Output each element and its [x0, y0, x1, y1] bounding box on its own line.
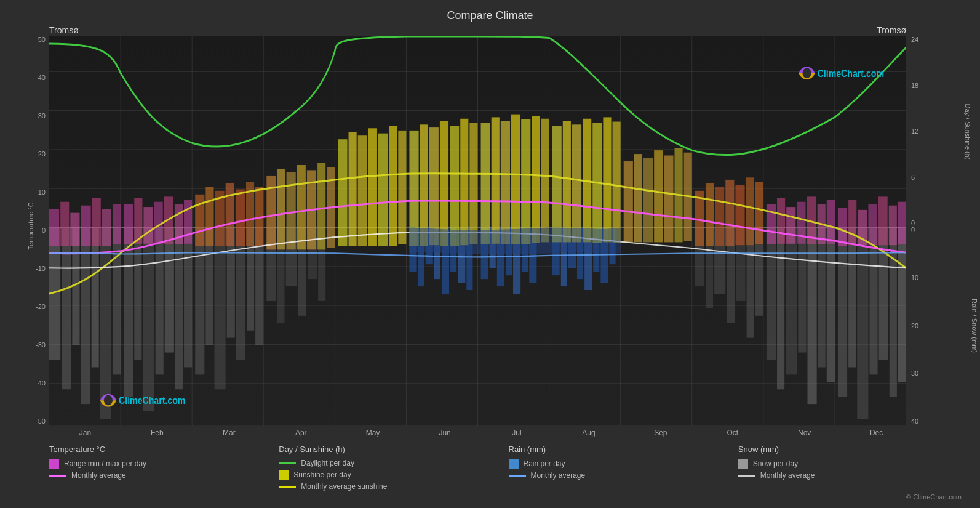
svg-rect-32: [143, 228, 154, 412]
svg-rect-145: [572, 124, 581, 242]
svg-rect-139: [511, 115, 520, 244]
legend-rain-per-day: Rain per day: [509, 459, 738, 469]
svg-rect-152: [643, 158, 653, 242]
svg-text:ClimeChart.com: ClimeChart.com: [119, 395, 185, 406]
svg-rect-151: [634, 154, 642, 242]
svg-rect-62: [818, 228, 826, 368]
svg-rect-120: [317, 163, 325, 249]
svg-rect-107: [184, 200, 192, 244]
svg-rect-158: [706, 183, 714, 246]
svg-rect-127: [389, 126, 397, 246]
svg-rect-111: [226, 183, 234, 246]
svg-rect-141: [532, 116, 540, 243]
svg-rect-28: [100, 228, 111, 419]
legend-temp-range: Range min / max per day: [49, 459, 279, 469]
legend-temp-avg: Monthly average: [49, 471, 279, 480]
legend-sunshine: Day / Sunshine (h) Daylight per day Suns…: [279, 445, 508, 491]
location-label-right: Tromsø: [877, 25, 906, 35]
svg-rect-36: [184, 228, 192, 368]
legend-temp: Temperature °C Range min / max per day M…: [49, 445, 279, 491]
y-axis-left: Temperature °C 50 40 30 20 10 0 -10 -20 …: [12, 25, 49, 426]
chart-svg: ClimeChart.com ClimeChart.com: [49, 36, 906, 426]
svg-point-179: [104, 395, 113, 406]
legend-area: Temperature °C Range min / max per day M…: [12, 440, 968, 493]
svg-rect-99: [102, 209, 111, 246]
svg-rect-98: [92, 198, 101, 246]
svg-rect-148: [603, 117, 611, 242]
svg-rect-138: [501, 121, 510, 244]
y-axis-left-label: Temperature °C: [27, 201, 34, 251]
svg-rect-137: [492, 117, 500, 243]
svg-rect-100: [113, 204, 121, 244]
svg-rect-66: [857, 228, 868, 419]
location-label-left: Tromsø: [49, 25, 79, 35]
legend-sunshine-per-day: Sunshine per day: [279, 470, 508, 480]
svg-point-182: [802, 68, 811, 78]
snow-avg-line: [738, 475, 755, 477]
svg-rect-96: [70, 213, 79, 246]
svg-rect-35: [175, 228, 183, 390]
svg-rect-68: [879, 228, 888, 360]
svg-rect-29: [113, 228, 121, 375]
svg-rect-162: [746, 177, 754, 245]
svg-rect-153: [654, 150, 663, 242]
svg-rect-95: [60, 202, 69, 246]
chart-plot-area: ClimeChart.com ClimeChart.com: [49, 25, 906, 426]
legend-sunshine-title: Day / Sunshine (h): [279, 445, 508, 454]
legend-snow: Snow (mm) Snow per day Monthly average: [738, 445, 968, 491]
svg-rect-61: [808, 228, 817, 405]
legend-daylight: Daylight per day: [279, 459, 508, 467]
svg-rect-63: [827, 228, 835, 382]
svg-rect-109: [205, 187, 213, 246]
svg-text:ClimeChart.com: ClimeChart.com: [818, 68, 884, 79]
sunshine-swatch: [279, 470, 289, 480]
svg-rect-34: [165, 228, 174, 353]
legend-rain-title: Rain (mm): [509, 445, 738, 454]
sunshine-avg-line: [279, 486, 296, 488]
daylight-line: [279, 462, 296, 464]
svg-rect-163: [755, 182, 763, 244]
svg-rect-67: [869, 228, 877, 375]
svg-rect-136: [481, 123, 490, 244]
svg-rect-60: [798, 228, 806, 353]
svg-rect-125: [368, 128, 377, 246]
svg-rect-172: [848, 200, 856, 245]
legend-snow-per-day: Snow per day: [738, 459, 968, 469]
legend-snow-avg: Monthly average: [738, 471, 968, 480]
svg-rect-176: [889, 206, 897, 245]
right-axis-label-rain: Rain / Snow (mm): [971, 299, 978, 353]
legend-rain-avg: Monthly average: [509, 471, 738, 480]
svg-rect-159: [715, 187, 724, 246]
svg-rect-170: [827, 200, 835, 244]
legend-sunshine-avg: Monthly average sunshine: [279, 482, 508, 491]
svg-rect-131: [429, 127, 439, 245]
rain-avg-line: [509, 475, 526, 477]
legend-snow-title: Snow (mm): [738, 445, 968, 454]
svg-rect-150: [624, 161, 633, 242]
svg-rect-165: [777, 198, 785, 244]
svg-rect-132: [440, 121, 448, 246]
svg-rect-174: [868, 204, 877, 245]
svg-rect-160: [725, 180, 734, 246]
legend-temp-title: Temperature °C: [49, 445, 279, 454]
svg-rect-144: [563, 121, 571, 242]
svg-rect-70: [898, 228, 906, 382]
svg-rect-58: [777, 228, 784, 390]
svg-rect-149: [613, 122, 621, 243]
svg-rect-177: [898, 202, 906, 244]
svg-rect-123: [349, 132, 357, 246]
legend-rain: Rain (mm) Rain per day Monthly average: [509, 445, 738, 491]
rain-swatch: [509, 459, 519, 469]
svg-rect-164: [767, 204, 776, 244]
svg-rect-140: [521, 119, 530, 244]
chart-title: Compare Climate: [12, 6, 968, 25]
svg-rect-154: [664, 155, 673, 242]
snow-swatch: [738, 459, 748, 469]
svg-rect-126: [378, 134, 388, 246]
svg-rect-175: [878, 196, 888, 245]
svg-rect-33: [156, 228, 164, 375]
svg-rect-24: [62, 228, 71, 390]
svg-rect-128: [398, 131, 406, 244]
svg-rect-116: [277, 169, 285, 249]
svg-rect-30: [124, 228, 133, 397]
